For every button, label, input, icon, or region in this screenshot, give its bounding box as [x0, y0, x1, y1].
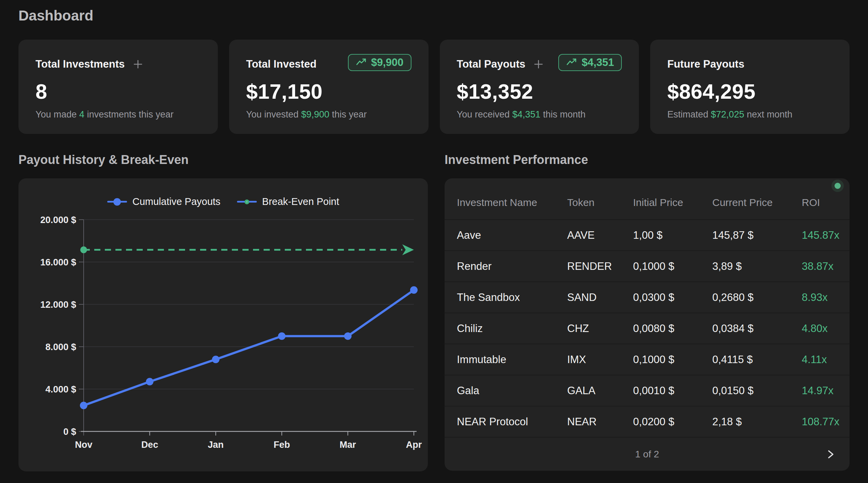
trend-badge: $4,351: [558, 54, 622, 71]
column-header-current-price: Current Price: [712, 197, 802, 208]
card-subtext-post: next month: [744, 109, 792, 120]
table-row-near-protocol: NEAR ProtocolNEAR0,0200 $2,18 $108.77x: [445, 406, 850, 437]
stat-card-total-payouts: Total Payouts$4,351$13,352You received $…: [440, 40, 639, 134]
card-subtext-post: this year: [329, 109, 367, 120]
card-subtext: Estimated $72,025 next month: [667, 109, 832, 120]
cell-current-price: 2,18 $: [712, 416, 802, 428]
column-header-initial-price: Initial Price: [633, 197, 712, 208]
plus-icon: [533, 59, 544, 69]
add-button[interactable]: [533, 59, 544, 69]
cell-current-price: 0,4115 $: [712, 354, 802, 366]
cell-token: CHZ: [567, 322, 633, 335]
chevron-right-icon: [826, 449, 835, 460]
svg-text:12.000 $: 12.000 $: [40, 300, 76, 310]
svg-text:Apr: Apr: [406, 440, 422, 450]
cell-roi: 4.80x: [802, 322, 837, 335]
card-subtext: You invested $9,900 this year: [246, 109, 411, 120]
payout-chart-panel: Cumulative PayoutsBreak-Even Point 0 $4.…: [18, 178, 428, 471]
live-status-dot-icon: [835, 183, 841, 189]
cell-roi: 4.11x: [802, 354, 837, 366]
card-value: $864,295: [667, 81, 832, 102]
card-header: Total Investments: [36, 57, 201, 72]
card-subtext-highlight: $9,900: [301, 109, 330, 120]
cell-roi: 8.93x: [802, 291, 837, 304]
svg-text:0 $: 0 $: [63, 427, 76, 437]
payout-chart: 0 $4.000 $8.000 $12.000 $16.000 $20.000 …: [18, 212, 428, 471]
table-row-chiliz: ChilizCHZ0,0080 $0,0384 $4.80x: [445, 313, 850, 344]
cell-name: Gala: [457, 385, 567, 397]
investment-table-panel: Investment NameTokenInitial PriceCurrent…: [445, 178, 850, 471]
legend-item-cumulative-payouts[interactable]: Cumulative Payouts: [107, 196, 221, 207]
chart-legend: Cumulative PayoutsBreak-Even Point: [18, 196, 428, 207]
svg-text:20.000 $: 20.000 $: [40, 215, 76, 225]
card-value: 8: [36, 81, 201, 102]
stat-card-future-payouts: Future Payouts$864,295Estimated $72,025 …: [650, 40, 850, 134]
column-header-roi: ROI: [802, 197, 837, 208]
svg-text:8.000 $: 8.000 $: [45, 342, 76, 352]
trending-up-icon: [566, 57, 577, 68]
card-subtext-highlight: $4,351: [512, 109, 541, 120]
add-button[interactable]: [133, 59, 143, 69]
cell-token: AAVE: [567, 229, 633, 242]
card-subtext: You received $4,351 this month: [457, 109, 622, 120]
next-page-button[interactable]: [824, 447, 837, 462]
cell-roi: 38.87x: [802, 260, 837, 273]
card-value: $13,352: [457, 81, 622, 102]
table-row-the-sandbox: The SandboxSAND0,0300 $0,2680 $8.93x: [445, 281, 850, 313]
cell-token: GALA: [567, 385, 633, 397]
cell-initial-price: 0,1000 $: [633, 260, 712, 273]
trend-badge: $9,900: [348, 54, 411, 71]
table-row-gala: GalaGALA0,0010 $0,0150 $14.97x: [445, 375, 850, 406]
card-subtext-post: investments this year: [84, 109, 173, 120]
card-header: Future Payouts: [667, 57, 832, 72]
legend-label: Break-Even Point: [262, 196, 339, 207]
table-row-immutable: ImmutableIMX0,1000 $0,4115 $4.11x: [445, 344, 850, 375]
cell-token: IMX: [567, 354, 633, 366]
cell-roi: 14.97x: [802, 385, 837, 397]
card-label: Total Investments: [36, 58, 125, 70]
table-row-aave: AaveAAVE1,00 $145,87 $145.87x: [445, 219, 850, 250]
cell-roi: 108.77x: [802, 416, 839, 428]
stat-card-total-invested: Total Invested$9,900$17,150You invested …: [229, 40, 429, 134]
legend-label: Cumulative Payouts: [132, 196, 221, 207]
cell-current-price: 3,89 $: [712, 260, 802, 273]
cell-initial-price: 0,0200 $: [633, 416, 712, 428]
cell-token: SAND: [567, 291, 633, 304]
cell-current-price: 0,2680 $: [712, 291, 802, 304]
cell-name: The Sandbox: [457, 291, 567, 304]
card-subtext-pre: You received: [457, 109, 513, 120]
column-header-investment-name: Investment Name: [457, 197, 567, 208]
svg-text:Mar: Mar: [340, 440, 356, 450]
svg-text:Dec: Dec: [141, 440, 158, 450]
legend-item-break-even-point[interactable]: Break-Even Point: [237, 196, 339, 207]
table-section-title: Investment Performance: [445, 152, 588, 168]
break-even-marker-icon: [237, 197, 257, 207]
cell-name: Immutable: [457, 354, 567, 366]
card-value: $17,150: [246, 81, 411, 102]
dashboard-page: Dashboard Total Investments8You made 4 i…: [0, 0, 868, 483]
table-row-render: RenderRENDER0,1000 $3,89 $38.87x: [445, 250, 850, 281]
cell-name: Aave: [457, 229, 567, 242]
cell-initial-price: 0,0300 $: [633, 291, 712, 304]
card-subtext: You made 4 investments this year: [36, 109, 201, 120]
card-label: Total Payouts: [457, 58, 526, 70]
pagination-label: 1 of 2: [445, 449, 850, 460]
cell-token: RENDER: [567, 260, 633, 273]
stat-card-total-investments: Total Investments8You made 4 investments…: [18, 40, 218, 134]
card-subtext-pre: You made: [36, 109, 79, 120]
page-title: Dashboard: [18, 7, 93, 25]
cell-token: NEAR: [567, 416, 633, 428]
trend-badge-value: $9,900: [371, 56, 404, 69]
card-subtext-highlight: 4: [79, 109, 84, 120]
column-header-token: Token: [567, 197, 633, 208]
table-pagination: 1 of 2: [445, 437, 850, 471]
card-label: Future Payouts: [667, 58, 744, 70]
card-subtext-pre: Estimated: [667, 109, 711, 120]
svg-text:16.000 $: 16.000 $: [40, 257, 76, 267]
svg-text:Nov: Nov: [75, 440, 92, 450]
cell-current-price: 145,87 $: [712, 229, 802, 242]
trend-badge-value: $4,351: [582, 56, 614, 69]
svg-text:4.000 $: 4.000 $: [45, 384, 76, 395]
table-header: Investment NameTokenInitial PriceCurrent…: [445, 178, 850, 219]
cell-name: Render: [457, 260, 567, 273]
